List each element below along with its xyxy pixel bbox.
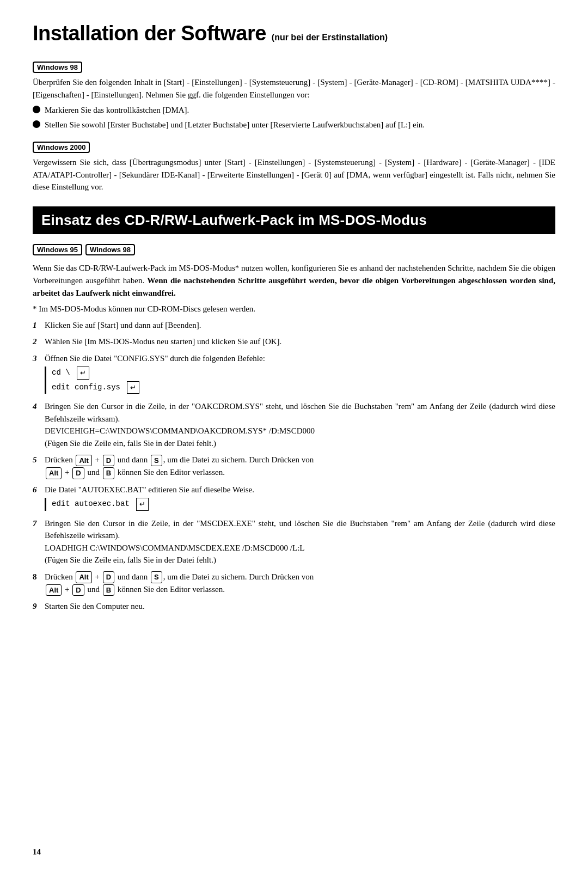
- step-8: 8 Drücken Alt + D und dann S, um die Dat…: [33, 571, 555, 596]
- step-3-text: Öffnen Sie die Datei "CONFIG.SYS" durch …: [45, 354, 265, 363]
- step-8-content: Drücken Alt + D und dann S, um die Datei…: [45, 571, 555, 596]
- title-sub: (nur bei der Erstinstallation): [272, 33, 388, 42]
- key-d-2: D: [72, 467, 84, 479]
- key-s-2: S: [151, 571, 162, 583]
- step-5-und1: und: [85, 468, 102, 477]
- step-2-text: Wählen Sie [Im MS-DOS-Modus neu starten]…: [45, 335, 555, 348]
- step-5-content: Drücken Alt + D und dann S, um die Datei…: [45, 454, 555, 479]
- key-d-4: D: [72, 584, 84, 596]
- step-3: 3 Öffnen Sie die Datei "CONFIG.SYS" durc…: [33, 352, 555, 396]
- step-5-text-part3: können Sie den Editor verlassen.: [115, 468, 225, 477]
- step-8-text-part1: Drücken: [45, 572, 75, 581]
- windows98-para1: Überprüfen Sie den folgenden Inhalt in […: [33, 76, 555, 101]
- bullet-item-2: Stellen Sie sowohl [Erster Buchstabe] un…: [33, 119, 555, 131]
- dos-note: * Im MS-DOS-Modus können nur CD-ROM-Disc…: [33, 303, 555, 315]
- dos-badges-row: Windows 95 Windows 98: [33, 244, 555, 259]
- key-s-1: S: [151, 455, 162, 467]
- bullet-icon-2: [33, 120, 40, 128]
- step-4-text: Bringen Sie den Cursor in die Zeile, in …: [45, 402, 555, 423]
- step-4-content: Bringen Sie den Cursor in die Zeile, in …: [45, 400, 555, 449]
- windows2000-para1: Vergewissern Sie sich, dass [Übertragung…: [33, 156, 555, 193]
- step-1-number: 1: [33, 319, 45, 332]
- step-7-number: 7: [33, 517, 45, 566]
- bullet-text-2: Stellen Sie sowohl [Erster Buchstabe] un…: [45, 119, 425, 131]
- step-7-note: (Fügen Sie die Zeile ein, falls Sie in d…: [45, 555, 216, 564]
- step-6-content: Die Datei "AUTOEXEC.BAT" editieren Sie a…: [45, 484, 555, 513]
- bullet-item-1: Markieren Sie das kontrollkästchen [DMA]…: [33, 104, 555, 117]
- dos-warning: Wenn die nachstehenden Schritte ausgefüh…: [33, 276, 555, 297]
- step-6-number: 6: [33, 484, 45, 513]
- windows95-badge: Windows 95: [33, 244, 82, 255]
- step-8-plus2: +: [63, 585, 71, 594]
- code-line-2: edit config.sys ↵: [52, 381, 555, 394]
- title-main: Installation der Software: [33, 22, 266, 45]
- step-8-text-part3: können Sie den Editor verlassen.: [115, 585, 225, 594]
- dos-banner: Einsatz des CD-R/RW-Laufwerk-Pack im MS-…: [33, 206, 555, 234]
- step-8-und1: und: [85, 585, 102, 594]
- step-7: 7 Bringen Sie den Cursor in die Zeile, i…: [33, 517, 555, 566]
- step-5-plus2: +: [63, 468, 71, 477]
- step-6-code: edit autoexec.bat ↵: [45, 498, 555, 511]
- step-4-note: (Fügen Sie die Zeile ein, falls Sie in d…: [45, 439, 216, 448]
- enter-key-1: ↵: [77, 367, 89, 380]
- step-6: 6 Die Datei "AUTOEXEC.BAT" editieren Sie…: [33, 484, 555, 513]
- step-2: 2 Wählen Sie [Im MS-DOS-Modus neu starte…: [33, 335, 555, 348]
- step-5-number: 5: [33, 454, 45, 479]
- page-header: Installation der Software (nur bei der E…: [33, 22, 555, 45]
- enter-key-3: ↵: [136, 498, 149, 511]
- step-8-text-part2: , um die Datei zu sichern. Durch Drücken…: [163, 572, 314, 581]
- windows2000-section: Windows 2000 Vergewissern Sie sich, dass…: [33, 142, 555, 193]
- step-9: 9 Starten Sie den Computer neu.: [33, 600, 555, 613]
- step-4-code1: DEVICEHIGH=C:\WINDOWS\COMMAND\OAKCDROM.S…: [45, 426, 315, 435]
- bullet-text-1: Markieren Sie das kontrollkästchen [DMA]…: [45, 104, 189, 117]
- windows98-badge-dos: Windows 98: [85, 244, 135, 255]
- step-8-plus1: +: [93, 572, 102, 581]
- key-alt-3: Alt: [76, 571, 91, 583]
- step-5-text-part2: , um die Datei zu sichern. Durch Drücken…: [163, 455, 314, 464]
- dos-intro1: Wenn Sie das CD-R/RW-Laufwerk-Pack im MS…: [33, 262, 555, 300]
- step-3-content: Öffnen Sie die Datei "CONFIG.SYS" durch …: [45, 352, 555, 396]
- page-number: 14: [33, 847, 41, 857]
- step-6-text: Die Datei "AUTOEXEC.BAT" editieren Sie a…: [45, 485, 254, 494]
- windows2000-badge: Windows 2000: [33, 142, 90, 153]
- bullet-icon-1: [33, 106, 40, 113]
- step-3-number: 3: [33, 352, 45, 396]
- step-4: 4 Bringen Sie den Cursor in die Zeile, i…: [33, 400, 555, 449]
- step-9-number: 9: [33, 600, 45, 613]
- step-8-number: 8: [33, 571, 45, 596]
- step-3-code: cd \ ↵ edit config.sys ↵: [45, 367, 555, 394]
- step-5-plus1: +: [93, 455, 102, 464]
- code-line-3: edit autoexec.bat ↵: [52, 498, 555, 511]
- key-b-2: B: [103, 584, 114, 596]
- dos-section: Windows 95 Windows 98 Wenn Sie das CD-R/…: [33, 244, 555, 613]
- step-5: 5 Drücken Alt + D und dann S, um die Dat…: [33, 454, 555, 479]
- step-2-number: 2: [33, 335, 45, 348]
- key-alt-2: Alt: [46, 467, 62, 479]
- step-7-content: Bringen Sie den Cursor in die Zeile, in …: [45, 517, 555, 566]
- key-b-1: B: [103, 467, 114, 479]
- key-alt-4: Alt: [46, 584, 62, 596]
- key-d-3: D: [103, 571, 114, 583]
- key-d-1: D: [103, 455, 114, 467]
- step-5-then1: und dann: [115, 455, 150, 464]
- step-1: 1 Klicken Sie auf [Start] und dann auf […: [33, 319, 555, 332]
- step-7-code1: LOADHIGH C:\WINDOWS\COMMAND\MSCDEX.EXE /…: [45, 544, 305, 552]
- step-4-number: 4: [33, 400, 45, 449]
- step-7-text: Bringen Sie den Cursor in die Zeile, in …: [45, 519, 555, 540]
- key-alt-1: Alt: [76, 455, 91, 467]
- code-line-1: cd \ ↵: [52, 367, 555, 380]
- windows98-badge: Windows 98: [33, 62, 82, 73]
- step-1-text: Klicken Sie auf [Start] und dann auf [Be…: [45, 319, 555, 332]
- step-9-text: Starten Sie den Computer neu.: [45, 600, 555, 613]
- enter-key-2: ↵: [127, 381, 139, 394]
- step-5-text-part1: Drücken: [45, 455, 75, 464]
- step-8-then1: und dann: [115, 572, 150, 581]
- windows98-section: Windows 98 Überprüfen Sie den folgenden …: [33, 62, 555, 131]
